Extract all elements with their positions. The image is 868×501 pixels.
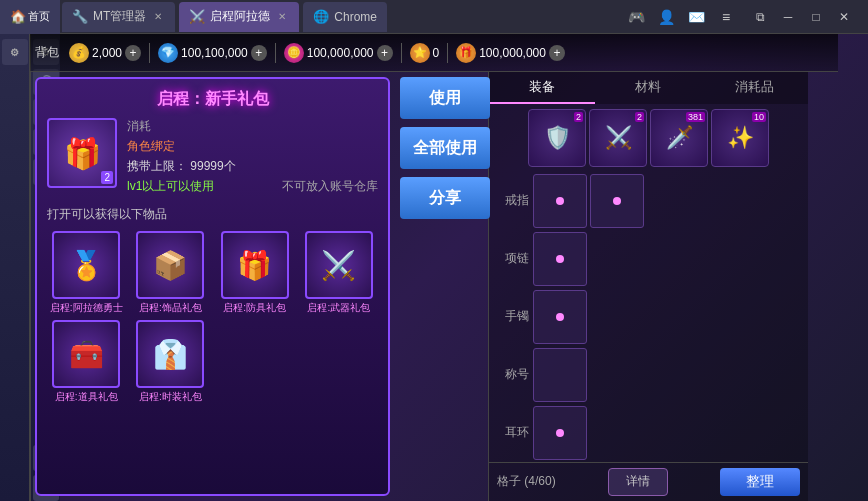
slot-earring: 耳环 <box>489 404 808 462</box>
ring-slot-1[interactable] <box>590 174 644 228</box>
win-close-btn[interactable]: ✕ <box>830 3 858 31</box>
bracelet-items <box>533 290 587 344</box>
tab-equipment-label: 装备 <box>529 78 555 96</box>
equip-slot-3[interactable]: ✨ 10 <box>711 109 769 167</box>
item-vault-label: 不可放入账号仓库 <box>282 178 378 198</box>
resource-chest: 🎁 100,000,000 + <box>456 43 565 63</box>
share-button[interactable]: 分享 <box>400 177 490 219</box>
bracelet-slot-0[interactable] <box>533 290 587 344</box>
special-icon: ⭐ <box>410 43 430 63</box>
item-bind: 角色绑定 <box>127 138 378 155</box>
chrome-tab-icon: 🌐 <box>313 9 329 24</box>
resource-coin: 🪙 100,000,000 + <box>284 43 393 63</box>
chest-add-btn[interactable]: + <box>549 45 565 61</box>
detail-button[interactable]: 详情 <box>608 468 668 496</box>
loot-name-0: 启程:阿拉德勇士 <box>50 302 123 314</box>
equip-slot-0[interactable]: 🛡️ 2 <box>528 109 586 167</box>
equip-slot-2[interactable]: 🗡️ 381 <box>650 109 708 167</box>
chest-icon: 🎁 <box>456 43 476 63</box>
game-tab-label: 启程阿拉德 <box>210 8 270 25</box>
item-detail-panel: 启程：新手礼包 🎁 2 消耗 角色绑定 携带上限： 99999个 lv1以上可以… <box>35 77 390 496</box>
sidebar-settings-btn[interactable]: ⚙ <box>2 39 28 65</box>
ring-label: 戒指 <box>494 192 529 209</box>
resource-special: ⭐ 0 <box>410 43 440 63</box>
title-slot-0[interactable] <box>533 348 587 402</box>
equip-badge-2: 381 <box>686 112 705 122</box>
loot-grid: 🏅 启程:阿拉德勇士 📦 启程:饰品礼包 🎁 启程:防具礼包 ⚔️ 启程:武器礼… <box>47 231 378 403</box>
game-content: 启程：新手礼包 🎁 2 消耗 角色绑定 携带上限： 99999个 lv1以上可以… <box>30 72 838 501</box>
home-tab[interactable]: 🏠 首页 <box>0 0 60 34</box>
user-icon[interactable]: 👤 <box>656 7 676 27</box>
loot-icon-5: 👔 <box>136 320 204 388</box>
game-tab-icon: ⚔️ <box>189 9 205 24</box>
diamond-icon: 💎 <box>158 43 178 63</box>
tab-chrome[interactable]: 🌐 Chrome <box>303 2 387 32</box>
chest-value: 100,000,000 <box>479 46 546 60</box>
loot-name-2: 启程:防具礼包 <box>223 302 286 314</box>
loot-item-4[interactable]: 🧰 启程:道具礼包 <box>47 320 125 403</box>
tab-equipment[interactable]: 装备 <box>489 72 595 104</box>
mail-icon[interactable]: ✉️ <box>686 7 706 27</box>
tab-materials[interactable]: 材料 <box>595 72 701 104</box>
slot-title: 称号 <box>489 346 808 404</box>
item-level-req: lv1以上可以使用 <box>127 178 214 195</box>
mt-tab-close[interactable]: ✕ <box>151 10 165 24</box>
loot-item-1[interactable]: 📦 启程:饰品礼包 <box>131 231 209 314</box>
loot-item-5[interactable]: 👔 启程:时装礼包 <box>131 320 209 403</box>
window-controls: ⧉ ─ □ ✕ <box>746 3 858 31</box>
coin-icon: 🪙 <box>284 43 304 63</box>
tab-materials-label: 材料 <box>635 78 661 96</box>
left-sidebar: ⚙ <box>0 34 30 501</box>
item-count-value: 99999个 <box>190 159 235 173</box>
tab-game[interactable]: ⚔️ 启程阿拉德 ✕ <box>179 2 299 32</box>
use-all-button[interactable]: 全部使用 <box>400 127 490 169</box>
equip-slot-1[interactable]: ⚔️ 2 <box>589 109 647 167</box>
loot-name-1: 启程:饰品礼包 <box>139 302 202 314</box>
organize-button[interactable]: 整理 <box>720 468 800 496</box>
loot-name-3: 启程:武器礼包 <box>307 302 370 314</box>
item-detail-header: 🎁 2 消耗 角色绑定 携带上限： 99999个 lv1以上可以使用 不可放入账… <box>47 118 378 198</box>
loot-item-0[interactable]: 🏅 启程:阿拉德勇士 <box>47 231 125 314</box>
chrome-tab-label: Chrome <box>334 10 377 24</box>
menu-icon[interactable]: ≡ <box>716 7 736 27</box>
loot-item-2[interactable]: 🎁 启程:防具礼包 <box>216 231 294 314</box>
taskbar: 🏠 首页 🔧 MT管理器 ✕ ⚔️ 启程阿拉德 ✕ 🌐 Chrome 🎮 👤 ✉… <box>0 0 868 34</box>
tab-consumables[interactable]: 消耗品 <box>702 72 808 104</box>
item-loot-title: 打开可以获得以下物品 <box>47 206 378 223</box>
title-label: 称号 <box>494 366 529 383</box>
tab-mt[interactable]: 🔧 MT管理器 ✕ <box>62 2 175 32</box>
item-badge: 2 <box>101 171 113 184</box>
equip-badge-1: 2 <box>635 112 644 122</box>
use-button[interactable]: 使用 <box>400 77 490 119</box>
win-restore-btn[interactable]: ⧉ <box>746 3 774 31</box>
game-tab-close[interactable]: ✕ <box>275 10 289 24</box>
gamepad-icon[interactable]: 🎮 <box>626 7 646 27</box>
equip-icon-0: 🛡️ <box>544 125 571 151</box>
special-value: 0 <box>433 46 440 60</box>
gold-value: 2,000 <box>92 46 122 60</box>
slot-necklace: 项链 <box>489 230 808 288</box>
win-min-btn[interactable]: ─ <box>774 3 802 31</box>
win-max-btn[interactable]: □ <box>802 3 830 31</box>
ring-slot-0[interactable] <box>533 174 587 228</box>
slot-ring: 戒指 <box>489 172 808 230</box>
equip-badge-0: 2 <box>574 112 583 122</box>
equip-icon-3: ✨ <box>727 125 754 151</box>
item-count-display: 格子 (4/60) <box>497 473 556 490</box>
diamond-add-btn[interactable]: + <box>251 45 267 61</box>
resource-gold: 💰 2,000 + <box>69 43 141 63</box>
right-equipment-panel: 装备 材料 消耗品 🛡️ 2 ⚔️ 2 <box>488 72 808 501</box>
item-info: 消耗 角色绑定 携带上限： 99999个 lv1以上可以使用 不可放入账号仓库 <box>127 118 378 198</box>
item-type: 消耗 <box>127 118 378 135</box>
earring-slot-0[interactable] <box>533 406 587 460</box>
coin-add-btn[interactable]: + <box>377 45 393 61</box>
coin-value: 100,000,000 <box>307 46 374 60</box>
loot-icon-4: 🧰 <box>52 320 120 388</box>
gold-add-btn[interactable]: + <box>125 45 141 61</box>
mt-tab-label: MT管理器 <box>93 8 146 25</box>
loot-item-3[interactable]: ⚔️ 启程:武器礼包 <box>300 231 378 314</box>
equipped-row: 🛡️ 2 ⚔️ 2 🗡️ 381 ✨ 10 <box>489 104 808 172</box>
equip-badge-3: 10 <box>752 112 766 122</box>
necklace-slot-0[interactable] <box>533 232 587 286</box>
loot-icon-0: 🏅 <box>52 231 120 299</box>
